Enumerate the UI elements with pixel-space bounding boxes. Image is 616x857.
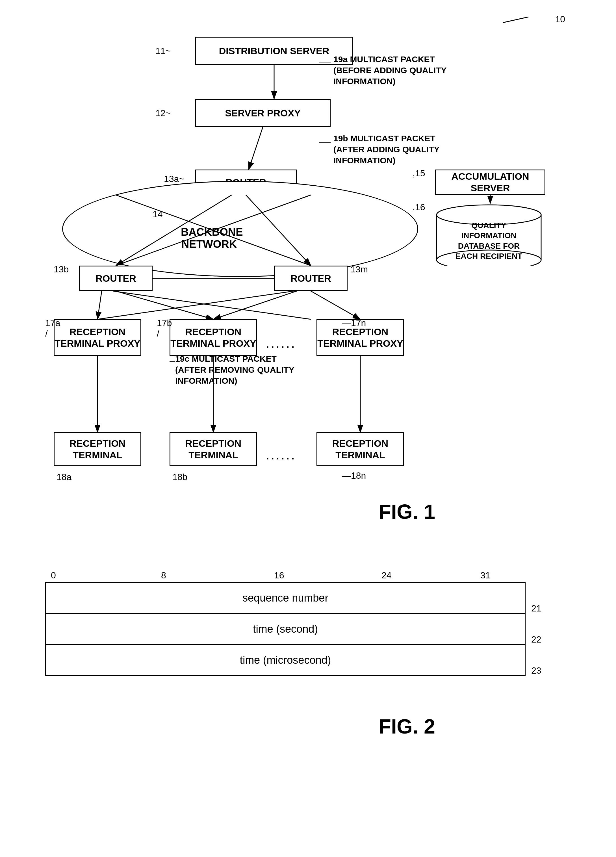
fig2-label: FIG. 2	[379, 715, 435, 738]
sequence-number-cell: sequence number	[46, 583, 525, 614]
table-row-2: time (second)	[46, 614, 525, 645]
ref-23: 23	[531, 665, 542, 676]
svg-line-22	[503, 17, 528, 23]
fig1-label: FIG. 1	[379, 500, 435, 523]
ref-21: 21	[531, 603, 542, 614]
svg-line-9	[246, 195, 311, 266]
svg-line-15	[311, 291, 360, 319]
svg-line-12	[98, 291, 102, 319]
tick-24: 24	[381, 570, 392, 581]
table-row-3: time (microsecond)	[46, 645, 525, 676]
time-second-cell: time (second)	[46, 614, 525, 645]
svg-line-14	[214, 291, 297, 319]
tick-31: 31	[480, 570, 491, 581]
fig1-diagram: 10 DISTRIBUTION SERVER 11~ SERVER PROXY …	[45, 11, 582, 548]
tick-16: 16	[274, 570, 284, 581]
tick-0: 0	[51, 570, 56, 581]
svg-line-13	[116, 291, 214, 319]
time-microsecond-cell: time (microsecond)	[46, 645, 525, 676]
diagram-lines	[45, 11, 582, 548]
fig2-diagram: 0 8 16 24 31 sequence number time (secon…	[45, 560, 582, 831]
svg-line-17	[98, 291, 294, 319]
svg-line-6	[249, 127, 263, 170]
ref-22: 22	[531, 634, 542, 645]
page: 10 DISTRIBUTION SERVER 11~ SERVER PROXY …	[0, 0, 616, 857]
tick-8: 8	[161, 570, 166, 581]
svg-line-16	[113, 291, 311, 319]
table-row-1: sequence number	[46, 583, 525, 614]
packet-table: sequence number time (second) time (micr…	[45, 582, 526, 676]
